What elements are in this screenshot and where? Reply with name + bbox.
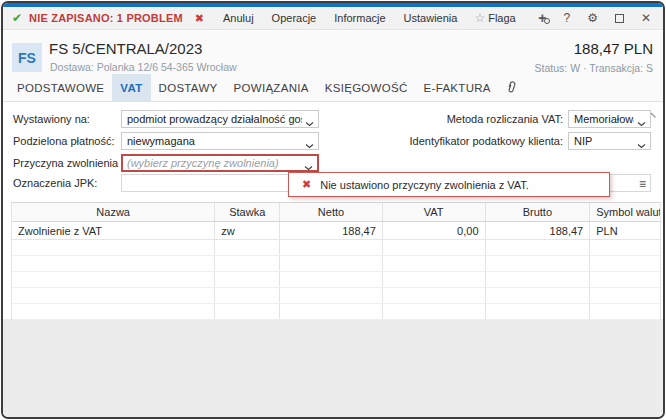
tab-dostawy[interactable]: DOSTAWY	[151, 74, 226, 101]
vat-method-label: Metoda rozliczania VAT:	[403, 113, 563, 125]
settings-gear-icon[interactable]: ⚙	[587, 12, 598, 24]
client-tax-id-select[interactable]: NIP	[568, 132, 651, 150]
chevron-down-icon	[305, 117, 314, 129]
close-icon[interactable]: ✕	[641, 12, 651, 24]
jpk-markings-label: Oznaczenia JPK:	[13, 177, 97, 189]
unsaved-status-text: NIE ZAPISANO: 1 PROBLEM	[29, 12, 183, 24]
cell-symbol-waluty: PLN	[590, 222, 660, 239]
menu-flaga[interactable]: Flaga	[485, 12, 524, 24]
vat-summary-table: Nazwa Stawka Netto VAT Brutto Symbol wal…	[11, 202, 661, 320]
cell-vat: 0,00	[383, 222, 486, 239]
tab-podstawowe[interactable]: PODSTAWOWE	[9, 74, 112, 101]
empty-table-row	[12, 304, 660, 320]
split-payment-select[interactable]: niewymagana	[121, 132, 319, 150]
table-row[interactable]: Zwolnienie z VAT zw 188,47 0,00 188,47 P…	[12, 222, 660, 240]
issued-for-select[interactable]: podmiot prowadzący działalność gospodarc…	[121, 110, 319, 128]
menu-ustawienia[interactable]: Ustawienia	[395, 12, 467, 24]
vat-tab-content: Wystawiony na: podmiot prowadzący działa…	[3, 102, 663, 419]
help-icon[interactable]: ?	[563, 12, 570, 24]
cancel-x-icon[interactable]: ✖	[195, 12, 204, 25]
col-header-nazwa[interactable]: Nazwa	[12, 203, 215, 221]
toolbar: ✔ NIE ZAPISANO: 1 PROBLEM ✖ Anuluj Opera…	[3, 7, 663, 30]
cell-nazwa: Zwolnienie z VAT	[12, 222, 215, 239]
attachment-paperclip-icon[interactable]	[499, 74, 525, 101]
error-message: Nie ustawiono przyczyny zwolnienia z VAT…	[320, 179, 529, 191]
chevron-down-icon	[637, 117, 646, 129]
saved-check-icon: ✔	[12, 11, 22, 25]
document-title: FS 5/CENTRALA/2023	[49, 40, 202, 57]
cell-brutto: 188,47	[486, 222, 591, 239]
chevron-down-icon	[305, 139, 314, 151]
tab-ksiegowosc[interactable]: KSIĘGOWOŚĆ	[317, 74, 416, 101]
col-header-netto[interactable]: Netto	[280, 203, 383, 221]
error-x-icon: ✖	[302, 178, 311, 191]
delivery-address: Dostawa: Polanka 12/6 54-365 Wrocław	[50, 61, 237, 73]
empty-table-row	[12, 240, 660, 256]
col-header-vat[interactable]: VAT	[383, 203, 486, 221]
menu-informacje[interactable]: Informacje	[325, 12, 394, 24]
split-payment-label: Podzielona płatność:	[13, 135, 115, 147]
exemption-reason-select[interactable]: (wybierz przyczynę zwolnienia)	[121, 154, 319, 172]
col-header-symbol-waluty[interactable]: Symbol waluty	[590, 203, 660, 221]
doc-type-badge: FS	[12, 43, 42, 72]
cell-stawka: zw	[215, 222, 280, 239]
window-controls: + ? ⚙ ✕	[538, 12, 651, 24]
document-status-line: Status: W · Transakcja: S	[535, 62, 653, 74]
menu-icon[interactable]: ≡	[639, 177, 646, 191]
empty-table-row	[12, 288, 660, 304]
col-header-brutto[interactable]: Brutto	[486, 203, 591, 221]
tab-powiazania[interactable]: POWIĄZANIA	[226, 74, 317, 101]
table-header-row: Nazwa Stawka Netto VAT Brutto Symbol wal…	[12, 203, 660, 222]
menu-anuluj[interactable]: Anuluj	[214, 12, 263, 24]
vat-method-select[interactable]: Memoriałowa	[568, 110, 651, 128]
chevron-down-icon	[637, 139, 646, 151]
empty-table-row	[12, 272, 660, 288]
tab-vat[interactable]: VAT	[112, 74, 150, 101]
document-header: FS FS 5/CENTRALA/2023 Dostawa: Polanka 1…	[3, 31, 663, 74]
empty-table-row	[12, 256, 660, 272]
validation-error-popup: ✖ Nie ustawiono przyczyny zwolnienia z V…	[288, 172, 610, 197]
invoice-window: ✔ NIE ZAPISANO: 1 PROBLEM ✖ Anuluj Opera…	[1, 1, 665, 419]
document-amount: 188,47 PLN	[574, 40, 653, 57]
new-window-icon[interactable]: +	[538, 12, 546, 24]
tab-efaktura[interactable]: E-FAKTURA	[416, 74, 499, 101]
menu-operacje[interactable]: Operacje	[263, 12, 326, 24]
cell-netto: 188,47	[280, 222, 383, 239]
flag-star-icon[interactable]: ☆	[474, 11, 485, 25]
maximize-icon[interactable]	[615, 14, 624, 23]
client-tax-id-label: Identyfikator podatkowy klienta:	[403, 135, 563, 147]
issued-for-label: Wystawiony na:	[13, 113, 90, 125]
col-header-stawka[interactable]: Stawka	[215, 203, 280, 221]
tab-bar: PODSTAWOWE VAT DOSTAWY POWIĄZANIA KSIĘGO…	[3, 74, 663, 102]
